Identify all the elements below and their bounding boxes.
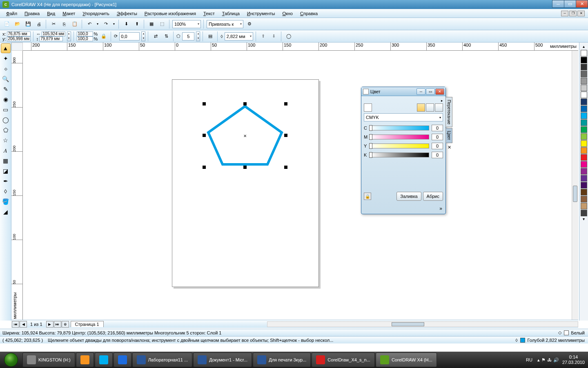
docker-tab-color[interactable]: Цвет	[445, 128, 452, 143]
channel-y-input[interactable]	[432, 143, 443, 149]
channel-k-input[interactable]	[432, 152, 443, 158]
taskbar-item[interactable]: Для печати 3кур...	[253, 352, 311, 367]
tray-volume-icon[interactable]: 🔊	[553, 357, 559, 363]
start-button[interactable]	[0, 352, 22, 368]
palette-swatch[interactable]	[581, 154, 587, 161]
sides-input[interactable]	[182, 32, 194, 40]
app-launcher-button[interactable]: ▦	[147, 20, 156, 29]
polygon-tool[interactable]: ⬠	[1, 125, 11, 135]
palette-swatch[interactable]	[581, 105, 587, 112]
add-page-button[interactable]: ⊕	[62, 321, 69, 328]
color-docker[interactable]: Цвет ─ ▭ ✕ ▸ CMYK CMYK 🔒 За	[361, 87, 446, 214]
text-tool[interactable]: 𝐴	[1, 146, 11, 155]
channel-m-slider[interactable]: M	[364, 134, 443, 140]
docker-titlebar[interactable]: Цвет ─ ▭ ✕	[361, 87, 445, 96]
palette-swatch[interactable]	[581, 99, 587, 105]
scale-y-input[interactable]	[77, 36, 93, 41]
channel-y-slider[interactable]: Y	[364, 143, 443, 149]
expand-icon[interactable]: »	[439, 206, 442, 211]
palette-swatch[interactable]	[581, 126, 587, 133]
palette-swatch[interactable]	[581, 85, 587, 91]
fill-swatch[interactable]	[564, 330, 569, 335]
export-button[interactable]: ⬆	[132, 20, 141, 29]
viewer-mode-button[interactable]	[426, 103, 434, 112]
fill-button[interactable]: Заливка	[396, 192, 421, 201]
taskbar-item[interactable]	[76, 352, 94, 367]
prev-page-button[interactable]: ◀	[20, 321, 27, 328]
doc-minimize-button[interactable]: ─	[561, 11, 568, 16]
palette-swatch[interactable]	[581, 161, 587, 168]
new-button[interactable]: 📄	[2, 20, 11, 29]
docker-maximize-button[interactable]: ▭	[426, 88, 435, 95]
menu-текст[interactable]: Текст	[200, 10, 218, 17]
close-button[interactable]: ✕	[576, 0, 588, 8]
zoom-combo[interactable]: 100%	[172, 20, 201, 28]
crop-tool[interactable]: ⟐	[1, 64, 11, 74]
rotation-spinner[interactable]: ▴▾	[141, 31, 145, 41]
save-button[interactable]: 💾	[24, 20, 33, 29]
menu-макет[interactable]: Макет	[59, 10, 79, 17]
tray-up-icon[interactable]: ▴	[537, 357, 540, 363]
palette-swatch[interactable]	[581, 182, 587, 188]
rectangle-tool[interactable]: ▭	[1, 105, 11, 114]
palette-swatch[interactable]	[581, 50, 587, 56]
page-tab[interactable]: Страница 1	[71, 321, 104, 327]
to-back-button[interactable]: ⬇	[270, 32, 278, 41]
first-page-button[interactable]: ⏮	[12, 321, 19, 328]
undo-drop-icon[interactable]: ▾	[96, 20, 100, 29]
taskbar-item[interactable]: CorelDraw_X4_s_n...	[312, 352, 375, 367]
menu-справка[interactable]: Справка	[296, 10, 321, 17]
doc-restore-button[interactable]: ❐	[569, 11, 577, 16]
shape-tool[interactable]: ✦	[1, 54, 11, 63]
to-front-button[interactable]: ⬆	[259, 32, 268, 41]
palette-swatch[interactable]	[581, 147, 587, 154]
snap-combo[interactable]: Привязать к	[207, 20, 243, 28]
outline-swatch[interactable]	[520, 338, 525, 343]
last-page-button[interactable]: ⏭	[54, 321, 61, 328]
palette-swatch[interactable]	[581, 196, 587, 202]
fill-tool[interactable]: 🪣	[1, 197, 11, 206]
docker-tab-blend[interactable]: Перетекание	[445, 97, 452, 127]
menu-таблица[interactable]: Таблица	[218, 10, 243, 17]
taskbar-item[interactable]: KINGSTON (H:)	[22, 352, 75, 367]
channel-c-slider[interactable]: C	[364, 125, 443, 131]
pick-tool[interactable]: ▲	[1, 43, 11, 53]
sides-spinner[interactable]: ▴▾	[196, 31, 200, 41]
outline-tool[interactable]: ◊	[1, 186, 11, 196]
palette-swatch[interactable]	[581, 140, 587, 147]
taskbar-item[interactable]	[114, 352, 131, 367]
redo-drop-icon[interactable]: ▾	[112, 20, 116, 29]
taskbar-item[interactable]: Лабораторная11 ...	[132, 352, 193, 367]
taskbar-item[interactable]: Документ1 - Micr...	[193, 352, 252, 367]
cut-button[interactable]: ✂	[49, 20, 58, 29]
convert-curves-button[interactable]: ◯	[284, 32, 293, 41]
current-color-swatch[interactable]	[364, 103, 372, 112]
menu-инструменты[interactable]: Инструменты	[243, 10, 279, 17]
palette-swatch[interactable]	[581, 71, 587, 77]
taskbar-item[interactable]: CorelDRAW X4 (Н...	[376, 352, 437, 367]
tray-flag-icon[interactable]: ⚑	[541, 357, 546, 363]
interactive-tool[interactable]: ◪	[1, 166, 11, 176]
horizontal-scrollbar[interactable]	[267, 321, 578, 327]
lock-icon[interactable]: 🔒	[364, 193, 371, 200]
palette-swatch[interactable]	[581, 119, 587, 126]
docker-close-button[interactable]: ✕	[435, 88, 444, 95]
language-indicator[interactable]: RU	[524, 357, 534, 363]
menu-упорядочить[interactable]: Упорядочить	[79, 10, 113, 17]
palette-swatch[interactable]	[581, 203, 587, 209]
palette-swatch[interactable]	[581, 189, 587, 195]
ellipse-tool[interactable]: ◯	[1, 115, 11, 125]
minimize-button[interactable]: ─	[552, 0, 564, 8]
flyout-arrow-icon[interactable]: ▸	[364, 99, 443, 103]
table-tool[interactable]: ▦	[1, 156, 11, 166]
smart-fill-tool[interactable]: ◉	[1, 94, 11, 104]
rotation-input[interactable]	[119, 32, 140, 40]
clock[interactable]: 0:14 27.03.2010	[562, 355, 585, 365]
docker-close-tab-icon[interactable]: ✕	[445, 145, 453, 150]
selected-object[interactable]: ✕	[204, 104, 286, 167]
interactive-fill-tool[interactable]: ◢	[1, 207, 11, 217]
height-input[interactable]	[39, 36, 63, 41]
palette-swatch[interactable]	[581, 57, 587, 63]
menu-эффекты[interactable]: Эффекты	[113, 10, 141, 17]
mirror-v-button[interactable]: ⇅	[162, 32, 171, 41]
